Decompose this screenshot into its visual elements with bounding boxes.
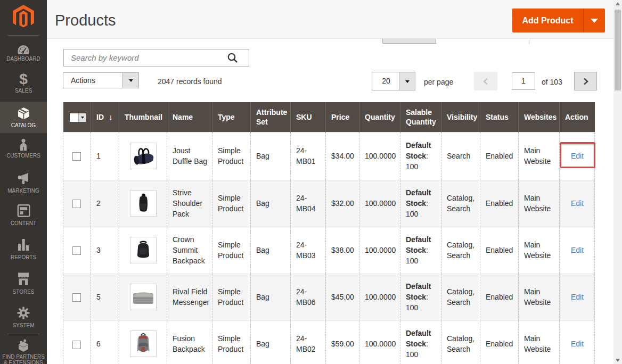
svg-text:$: $ (19, 73, 28, 86)
